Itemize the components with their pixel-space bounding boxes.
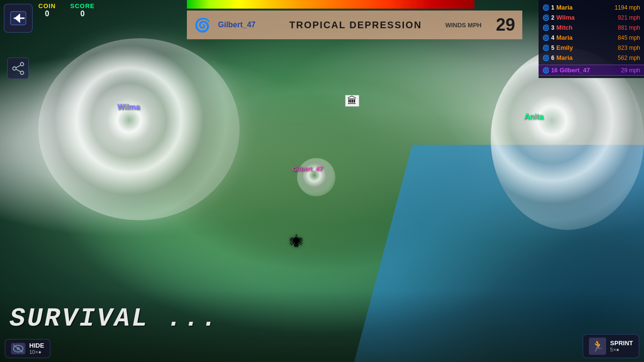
- sprint-text-block: SPRINT 5×●: [610, 340, 633, 352]
- leaderboard-row: 🌀 6 Maria 562 mph: [539, 53, 644, 63]
- storm-label-anita: Anita: [524, 113, 543, 121]
- share-button[interactable]: [7, 57, 29, 79]
- sprint-label: SPRINT: [610, 340, 633, 347]
- leaderboard-row: 🌀 2 Wilma 921 mph: [539, 12, 644, 23]
- wind-speed: 29: [489, 15, 515, 35]
- lb-speed: 845 mph: [618, 34, 640, 41]
- leaderboard-row: 🌀 3 Mitch 881 mph: [539, 23, 644, 33]
- sprint-button[interactable]: 🏃 SPRINT 5×●: [583, 334, 639, 358]
- storm-type: TROPICAL DEPRESSION: [273, 20, 438, 31]
- winds-label: WINDS MPH: [445, 22, 482, 29]
- lb-speed: 823 mph: [618, 45, 640, 51]
- lb-active-name: Gilbert_47: [560, 67, 619, 74]
- leaderboard-active-row: 🌀 16 Gilbert_47 29 mph: [539, 65, 644, 76]
- storm-label-wilma: Wilma: [117, 103, 140, 112]
- coin-score-display: COIN 0 SCORE 0: [38, 2, 95, 18]
- hide-icon: [11, 343, 25, 354]
- lb-name: Emily: [556, 44, 616, 51]
- share-icon: [12, 62, 25, 75]
- storm-info-bar: 🌀 Gilbert_47 TROPICAL DEPRESSION WINDS M…: [187, 11, 522, 39]
- coin-label: COIN: [38, 2, 56, 10]
- leaderboard-row: 🌀 4 Maria 845 mph: [539, 33, 644, 43]
- coin-box: COIN 0: [38, 2, 56, 18]
- hide-label: HIDE: [29, 342, 44, 349]
- score-label: SCORE: [70, 2, 95, 10]
- lb-name: Maria: [556, 34, 616, 41]
- back-arrow-icon: [10, 11, 27, 26]
- leaderboard-panel: 🌀 1 Maria 1194 mph 🌀 2 Wilma 921 mph 🌀 3…: [539, 0, 644, 78]
- hide-text-block: HIDE 10×●: [29, 342, 44, 355]
- bug-icon: 🕷: [290, 234, 303, 249]
- storm-name: Gilbert_47: [218, 21, 266, 29]
- eye-slash-icon: [12, 344, 24, 353]
- building-icon: 🏛: [345, 95, 359, 107]
- storm-hurricane-icon: 🌀: [194, 17, 211, 33]
- lb-name: Mitch: [556, 24, 616, 31]
- lb-speed: 881 mph: [618, 24, 640, 31]
- svg-point-4: [12, 67, 16, 70]
- lb-active-rank: 🌀 16: [542, 67, 558, 74]
- lb-rank: 🌀 5: [542, 45, 554, 51]
- score-box: SCORE 0: [70, 2, 95, 18]
- sprint-count: 5×●: [610, 347, 633, 352]
- lb-rank: 🌀 1: [542, 4, 554, 11]
- hurricane-gilbert: [297, 158, 335, 196]
- lb-name: Wilma: [556, 14, 616, 21]
- svg-point-5: [20, 71, 23, 74]
- leaderboard-row: 🌀 5 Emily 823 mph: [539, 43, 644, 53]
- coin-value: 0: [38, 10, 56, 18]
- lb-name: Maria: [556, 54, 616, 61]
- leaderboard-row: 🌀 1 Maria 1194 mph: [539, 2, 644, 12]
- lb-rank: 🌀 3: [542, 24, 554, 31]
- lb-rank: 🌀 6: [542, 55, 554, 61]
- svg-line-7: [16, 69, 21, 71]
- lb-speed: 562 mph: [618, 55, 640, 61]
- lb-speed: 1194 mph: [615, 4, 640, 11]
- sprint-icon: 🏃: [589, 338, 606, 355]
- lb-name: Maria: [556, 4, 613, 11]
- svg-point-3: [20, 62, 23, 66]
- lb-speed: 921 mph: [618, 14, 640, 21]
- back-button[interactable]: [4, 4, 33, 33]
- score-value: 0: [70, 10, 95, 18]
- survival-text: SURVIVAL ...: [10, 304, 219, 333]
- hide-count: 10×●: [29, 349, 44, 355]
- hide-button[interactable]: HIDE 10×●: [5, 339, 50, 358]
- lb-rank: 🌀 2: [542, 14, 554, 21]
- hurricane-wilma: [38, 38, 240, 220]
- storm-label-gilbert: Gilbert_47: [292, 165, 323, 172]
- color-gradient-bar: [187, 0, 474, 9]
- lb-rank: 🌀 4: [542, 34, 554, 41]
- lb-active-speed: 29 mph: [621, 67, 640, 74]
- svg-line-6: [16, 65, 21, 68]
